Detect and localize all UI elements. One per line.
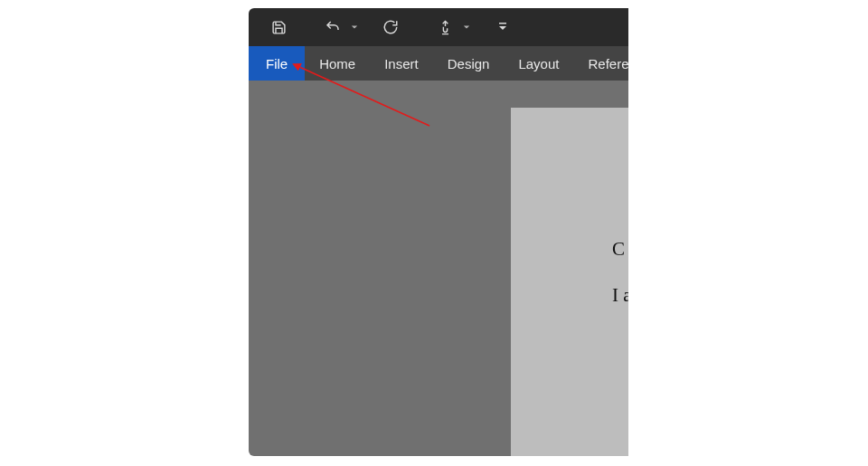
- paragraph-1: C s C s: [612, 234, 628, 264]
- svg-rect-0: [499, 23, 506, 24]
- undo-button[interactable]: [317, 13, 348, 42]
- save-button[interactable]: [263, 13, 294, 42]
- customize-qat-button[interactable]: [495, 13, 511, 42]
- tab-references[interactable]: Refere: [573, 46, 628, 81]
- quick-access-toolbar: [249, 8, 628, 46]
- touch-icon: [438, 20, 453, 35]
- redo-icon: [382, 19, 399, 35]
- redo-button[interactable]: [375, 13, 406, 42]
- touch-mode-button[interactable]: [429, 13, 460, 42]
- tab-file[interactable]: File: [249, 46, 305, 81]
- ribbon-tab-strip: File Home Insert Design Layout Refere: [249, 46, 628, 81]
- document-page[interactable]: C s C s I a a l: [511, 108, 628, 456]
- tab-layout[interactable]: Layout: [504, 46, 573, 81]
- paragraph-2: I a a l: [612, 281, 628, 310]
- touch-dropdown[interactable]: [462, 13, 471, 42]
- tab-design[interactable]: Design: [433, 46, 505, 81]
- tab-home[interactable]: Home: [305, 46, 370, 81]
- customize-icon: [498, 22, 507, 33]
- tab-insert[interactable]: Insert: [370, 46, 433, 81]
- undo-dropdown[interactable]: [350, 13, 359, 42]
- document-workspace: C s C s I a a l: [249, 81, 628, 456]
- word-window: File Home Insert Design Layout Refere C …: [249, 8, 628, 456]
- save-icon: [271, 20, 287, 35]
- undo-icon: [325, 19, 341, 35]
